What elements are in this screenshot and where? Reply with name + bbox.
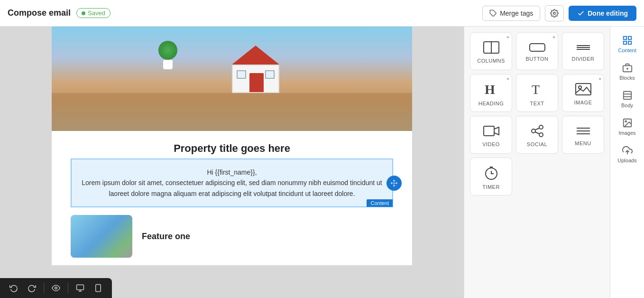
menu-label: MENU (575, 140, 591, 146)
move-icon (390, 179, 398, 187)
content-tools: ✦ COLUMNS ✦ (464, 27, 610, 298)
video-icon (483, 124, 500, 138)
sidebar-item-blocks[interactable]: Blocks (610, 58, 644, 85)
drag-handle-heading: ✦ (506, 76, 510, 82)
image-icon (575, 83, 592, 96)
side-nav: Content Blocks (610, 27, 644, 298)
email-feature-section: Feature one (52, 207, 412, 265)
tool-menu[interactable]: MENU (562, 116, 604, 154)
timer-row: TIMER (470, 158, 604, 196)
right-panel: ✦ COLUMNS ✦ (464, 27, 644, 298)
tools-grid: ✦ COLUMNS ✦ (470, 32, 604, 154)
tool-image[interactable]: ✦ IMAGE (562, 74, 604, 112)
topbar-left: Compose email Saved (8, 8, 110, 18)
svg-point-34 (625, 121, 626, 122)
image-label: IMAGE (574, 100, 592, 105)
topbar: Compose email Saved Merge tags Done edit… (0, 0, 644, 27)
gear-icon (550, 9, 559, 18)
svg-rect-23 (623, 37, 626, 39)
svg-text:H: H (485, 82, 495, 97)
svg-rect-12 (484, 126, 494, 136)
images-nav-label: Images (618, 130, 635, 136)
undo-icon (9, 284, 18, 292)
button-icon (529, 43, 546, 52)
columns-label: COLUMNS (477, 58, 505, 64)
drag-handle-image: ✦ (598, 76, 602, 82)
email-title: Property title goes here (71, 142, 393, 155)
content-line1: Hi {{first_name}}, (207, 168, 257, 176)
settings-button[interactable] (545, 5, 564, 21)
house-placeholder (52, 27, 412, 131)
heading-label: HEADING (478, 101, 504, 106)
topbar-right: Merge tags Done editing (482, 5, 636, 21)
svg-rect-4 (530, 44, 545, 51)
svg-text:T: T (532, 82, 540, 97)
social-label: SOCIAL (527, 141, 547, 147)
move-handle[interactable] (386, 176, 402, 191)
merge-tags-button[interactable]: Merge tags (482, 6, 540, 21)
blocks-nav-label: Blocks (619, 75, 635, 81)
svg-rect-37 (77, 285, 84, 290)
tool-text[interactable]: T TEXT (516, 74, 558, 112)
menu-icon (575, 125, 592, 137)
svg-point-15 (539, 133, 543, 137)
svg-point-36 (55, 287, 57, 289)
tool-heading[interactable]: ✦ H HEADING (470, 74, 512, 112)
uploads-icon (622, 145, 633, 156)
divider-label: DIVIDER (571, 56, 594, 62)
svg-point-14 (539, 125, 543, 129)
undo-button[interactable] (6, 282, 22, 294)
drag-handle-button: ✦ (552, 35, 556, 40)
sidebar-item-uploads[interactable]: Uploads (610, 140, 644, 168)
svg-line-17 (535, 132, 539, 134)
tool-divider[interactable]: DIVIDER (562, 32, 604, 70)
sidebar-item-content[interactable]: Content (610, 30, 644, 58)
sidebar-item-images[interactable]: Images (610, 113, 644, 140)
bottom-toolbar (0, 278, 112, 298)
mobile-button[interactable] (90, 282, 106, 294)
tool-social[interactable]: SOCIAL (516, 116, 558, 154)
done-editing-button[interactable]: Done editing (569, 6, 636, 21)
email-canvas: Property title goes here Hi {{first_name… (52, 27, 412, 265)
desktop-icon (76, 284, 84, 292)
images-icon (622, 118, 633, 128)
email-content-section[interactable]: Hi {{first_name}}, Lorem ipsum dolor sit… (71, 158, 393, 207)
svg-point-13 (532, 129, 535, 133)
svg-point-11 (579, 86, 581, 89)
tool-columns[interactable]: ✦ COLUMNS (470, 32, 512, 70)
text-label: TEXT (530, 101, 544, 106)
main-layout: Property title goes here Hi {{first_name… (0, 27, 644, 298)
svg-rect-30 (623, 92, 631, 100)
sidebar-item-body[interactable]: Body (610, 85, 644, 113)
feature-image (71, 215, 132, 258)
tool-button[interactable]: ✦ BUTTON (516, 32, 558, 70)
timer-label: TIMER (482, 184, 500, 190)
body-nav-label: Body (621, 102, 633, 108)
saved-label: Saved (88, 9, 105, 17)
video-label: VIDEO (482, 141, 500, 147)
check-icon (577, 9, 585, 17)
blocks-icon (622, 63, 633, 73)
desktop-button[interactable] (72, 282, 88, 294)
uploads-nav-label: Uploads (617, 158, 636, 163)
button-label: BUTTON (525, 56, 548, 62)
preview-button[interactable] (48, 282, 64, 294)
svg-line-16 (535, 128, 539, 130)
done-editing-label: Done editing (588, 9, 628, 17)
redo-button[interactable] (24, 282, 40, 294)
content-line2: Lorem ipsum dolor sit amet, consectetuer… (82, 179, 382, 197)
tool-timer[interactable]: TIMER (470, 158, 512, 196)
canvas-area[interactable]: Property title goes here Hi {{first_name… (0, 27, 464, 298)
text-icon: T (529, 82, 546, 97)
redo-icon (28, 284, 36, 292)
page-title: Compose email (8, 8, 71, 18)
email-hero-image (52, 27, 412, 131)
svg-rect-25 (623, 41, 626, 44)
canvas-scroll: Property title goes here Hi {{first_name… (0, 27, 464, 265)
content-badge: Content (367, 199, 393, 207)
heading-icon: H (483, 82, 500, 97)
tool-video[interactable]: VIDEO (470, 116, 512, 154)
divider-icon (575, 43, 592, 52)
svg-point-1 (553, 12, 556, 14)
merge-tags-label: Merge tags (500, 9, 533, 17)
